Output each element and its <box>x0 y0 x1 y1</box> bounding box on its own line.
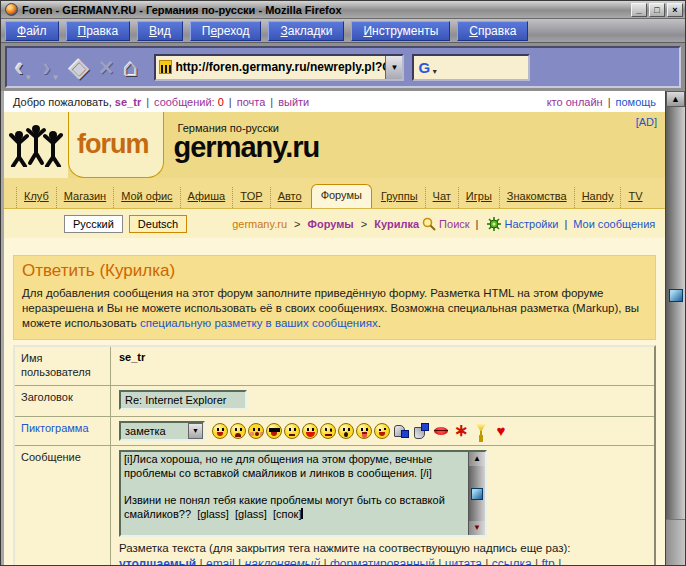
grin-icon[interactable] <box>302 423 318 439</box>
lang-russian-button[interactable]: Русский <box>64 215 123 233</box>
tab-office[interactable]: Мой офис <box>113 187 179 208</box>
settings-link[interactable]: Настройки <box>504 218 558 230</box>
separator: | <box>470 218 485 230</box>
my-messages-link[interactable]: Мои сообщения <box>573 218 655 230</box>
help-link[interactable]: помощь <box>616 96 657 108</box>
settings-gear-icon <box>487 217 501 231</box>
markup-url-link[interactable]: ссылка <box>492 557 542 565</box>
menu-tools[interactable]: Инструменты <box>351 21 450 41</box>
stop-button[interactable]: × <box>99 52 114 82</box>
breadcrumb-current: Курилка <box>374 218 419 230</box>
message-text: [i]Лиса хороша, но не для общения на это… <box>124 453 448 520</box>
url-input[interactable]: http://foren.germany.ru/newreply.pl?Cat=… <box>175 60 385 74</box>
shock-icon[interactable] <box>338 423 354 439</box>
breadcrumb: germany.ru > Форумы > Курилка <box>232 218 419 230</box>
tab-club[interactable]: Клуб <box>16 187 56 208</box>
url-bar[interactable]: http://foren.germany.ru/newreply.pl?Cat=… <box>154 54 404 81</box>
tab-shop[interactable]: Магазин <box>56 187 113 208</box>
messages-count-link[interactable]: сообщений: 0 <box>154 96 224 108</box>
menu-go[interactable]: Переход <box>190 21 262 41</box>
tab-groups[interactable]: Группы <box>374 187 425 208</box>
markup-ftp-link[interactable]: ftp <box>541 557 561 565</box>
menu-edit[interactable]: Правка <box>66 21 131 41</box>
forward-button[interactable]: › ▼ <box>42 52 59 82</box>
icon-label-link[interactable]: Пиктограмма <box>15 417 111 445</box>
firefox-icon <box>5 3 18 16</box>
thumbs-up-icon[interactable] <box>393 423 409 439</box>
thumbs-down-icon[interactable] <box>413 423 429 439</box>
scroll-down-icon[interactable]: ▼ <box>469 521 485 535</box>
menu-file[interactable]: Файл <box>5 21 59 41</box>
markup-formatted-link[interactable]: форматированный <box>330 557 445 565</box>
page-scrollbar[interactable]: ▲ <box>665 91 685 565</box>
tab-games[interactable]: Игры <box>458 187 499 208</box>
smile-icon[interactable] <box>212 423 228 439</box>
markup-bold-link[interactable]: утолщаемый <box>119 557 206 565</box>
url-dropdown-button[interactable]: ▼ <box>385 56 402 79</box>
markup-help-link[interactable]: специальную разметку в ваших сообщениях <box>140 317 378 329</box>
tab-auto[interactable]: Авто <box>270 187 309 208</box>
message-textarea[interactable]: [i]Лиса хороша, но не для общения на это… <box>119 450 487 537</box>
markup-italic-link[interactable]: наклоняемый <box>244 557 329 565</box>
select-dropdown-icon[interactable]: ▼ <box>188 423 203 439</box>
tab-forums[interactable]: Форумы <box>311 184 372 208</box>
cool-icon[interactable] <box>266 423 282 439</box>
search-engine-dropdown-icon[interactable]: ▼ <box>431 68 438 79</box>
glass-icon[interactable] <box>473 423 489 439</box>
markup-links: утолщаемыйemailнаклоняемыйформатированны… <box>119 557 646 565</box>
textarea-scrollbar[interactable]: ▲ ▼ <box>468 452 485 535</box>
back-button[interactable]: ‹ ▼ <box>15 52 32 82</box>
wink-icon[interactable] <box>374 423 390 439</box>
mail-link[interactable]: почта <box>237 96 266 108</box>
textarea-scrollbar-thumb[interactable] <box>471 488 483 500</box>
subject-input[interactable]: Re: Internet Explorer <box>119 390 247 410</box>
breadcrumb-separator: > <box>357 218 371 230</box>
flower-icon[interactable]: ∗ <box>453 423 469 439</box>
ad-link[interactable]: [AD] <box>636 116 657 128</box>
site-brand: Германия по-русски germany.ru <box>174 112 320 178</box>
reload-button[interactable]: ◈ <box>70 52 89 82</box>
reload-icon: ◈ <box>70 52 89 82</box>
google-search-box[interactable]: G ▼ <box>412 54 530 81</box>
page-scrollbar-thumb[interactable] <box>669 289 683 302</box>
tab-tv[interactable]: TV <box>620 187 649 208</box>
tab-top[interactable]: TOP <box>232 187 269 208</box>
menu-help[interactable]: Справка <box>457 21 528 41</box>
back-dropdown-icon: ▼ <box>24 73 32 82</box>
scroll-up-icon[interactable]: ▲ <box>469 452 485 466</box>
sub-navigation: Русский Deutsch germany.ru > Форумы > Ку… <box>4 209 665 238</box>
tab-chat[interactable]: Чат <box>425 187 458 208</box>
tab-afisha[interactable]: Афиша <box>180 187 233 208</box>
menu-bookmarks[interactable]: Закладки <box>268 21 344 41</box>
tab-dating[interactable]: Знакомства <box>499 187 574 208</box>
icon-select[interactable]: заметка ▼ <box>119 421 205 441</box>
heart-icon[interactable]: ♥ <box>493 423 509 439</box>
forward-dropdown-icon: ▼ <box>52 73 60 82</box>
smirk-icon[interactable] <box>284 423 300 439</box>
breadcrumb-root-link[interactable]: germany.ru <box>232 218 287 230</box>
tab-handy[interactable]: Handy <box>574 187 621 208</box>
logout-link[interactable]: выйти <box>278 96 309 108</box>
breadcrumb-forums-link[interactable]: Форумы <box>308 218 354 230</box>
who-online-link[interactable]: кто онлайн <box>547 96 603 108</box>
message-label: Сообщение <box>15 446 111 565</box>
page-scroll-up-icon[interactable]: ▲ <box>666 91 685 107</box>
markup-email-link[interactable]: email <box>206 557 244 565</box>
markup-quote-link[interactable]: цитата <box>445 557 492 565</box>
maximize-button[interactable]: □ <box>649 3 665 17</box>
search-link[interactable]: Поиск <box>439 218 469 230</box>
angry-icon[interactable] <box>320 423 336 439</box>
lang-deutsch-button[interactable]: Deutsch <box>129 215 187 233</box>
lips-icon[interactable] <box>433 423 449 439</box>
reply-intro-box: Ответить (Курилка) Для добавления сообще… <box>13 255 656 340</box>
close-button[interactable]: × <box>667 3 683 17</box>
site-favicon <box>159 60 172 74</box>
frown-icon[interactable] <box>230 423 246 439</box>
menu-view[interactable]: Вид <box>137 21 183 41</box>
blush-icon[interactable] <box>248 423 264 439</box>
home-button[interactable]: ⌂ <box>123 52 138 82</box>
tongue-icon[interactable] <box>356 423 372 439</box>
google-icon: G <box>418 59 430 76</box>
back-icon: ‹ <box>15 52 23 82</box>
minimize-button[interactable]: _ <box>631 3 647 17</box>
